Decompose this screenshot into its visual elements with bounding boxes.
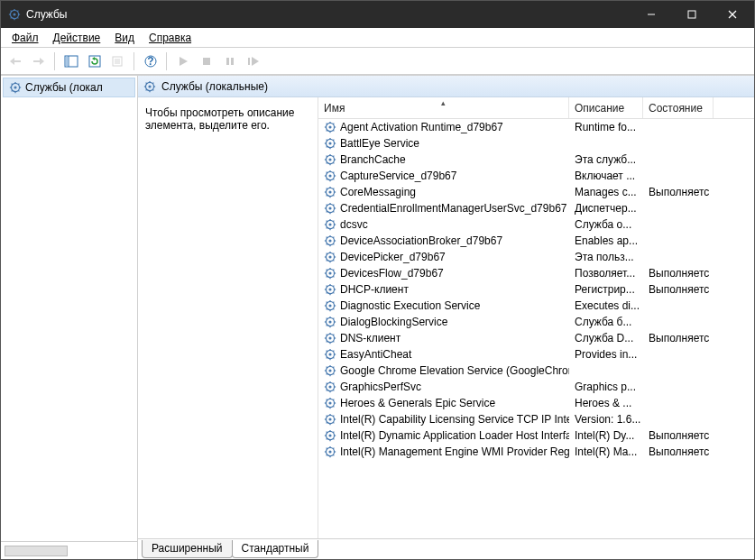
cell-description: Intel(R) Ma...	[569, 445, 643, 458]
help-button[interactable]: ?	[140, 50, 161, 71]
cell-state: Выполняетс	[643, 332, 714, 344]
detail-header-title: Службы (локальные)	[161, 80, 268, 93]
gear-icon	[324, 267, 336, 280]
table-row[interactable]: DialogBlockingServiceСлужба б...	[318, 314, 754, 330]
detail-body: Чтобы просмотреть описание элемента, выд…	[138, 97, 754, 539]
colheader-description[interactable]: Описание	[569, 97, 643, 118]
view-tabs: Расширенный Стандартный	[138, 538, 754, 558]
gear-icon	[324, 121, 336, 133]
cell-name: DHCP-клиент	[318, 283, 569, 296]
table-row[interactable]: Diagnostic Execution ServiceExecutes di.…	[318, 298, 754, 314]
table-row[interactable]: DevicePicker_d79b67Эта польз...	[318, 249, 754, 265]
table-row[interactable]: DeviceAssociationBroker_d79b67Enables ap…	[318, 233, 754, 249]
table-row[interactable]: CoreMessagingManages c...Выполняетс	[318, 184, 754, 200]
table-row[interactable]: dcsvcСлужба о...	[318, 216, 754, 233]
refresh-button[interactable]	[84, 50, 105, 71]
cell-description: Runtime fo...	[569, 121, 643, 133]
menu-file[interactable]: Файл	[5, 30, 46, 46]
cell-description: Регистрир...	[569, 283, 643, 296]
gear-icon	[324, 299, 336, 312]
cell-description: Version: 1.6...	[569, 413, 643, 426]
colheader-state[interactable]: Состояние	[643, 97, 714, 118]
svg-marker-22	[92, 57, 95, 60]
cell-name: DNS-клиент	[318, 332, 569, 344]
gear-icon	[324, 316, 336, 328]
gear-icon	[143, 80, 156, 93]
gear-icon	[324, 445, 336, 458]
gear-icon	[9, 81, 22, 94]
tab-extended[interactable]: Расширенный	[142, 540, 233, 558]
tab-standard[interactable]: Стандартный	[232, 540, 319, 558]
cell-name: BranchCache	[318, 153, 569, 166]
column-headers: Имя ▴ Описание Состояние	[318, 97, 754, 119]
svg-marker-34	[252, 57, 259, 66]
toolbar: ?	[1, 48, 754, 75]
table-row[interactable]: Google Chrome Elevation Service (GoogleC…	[318, 363, 754, 379]
gear-icon	[324, 202, 336, 215]
cell-name: Agent Activation Runtime_d79b67	[318, 121, 569, 133]
svg-marker-29	[180, 57, 188, 66]
gear-icon	[324, 381, 336, 393]
sort-asc-icon: ▴	[441, 98, 446, 107]
minimize-button[interactable]	[631, 1, 671, 28]
app-icon	[8, 8, 21, 21]
nav-item-services-local[interactable]: Службы (локал	[3, 78, 135, 97]
cell-state: Выполняетс	[643, 267, 714, 280]
cell-state: Выполняетс	[643, 283, 714, 296]
menu-help[interactable]: Справка	[142, 30, 198, 46]
table-row[interactable]: BattlEye Service	[318, 135, 754, 151]
gear-icon	[324, 234, 336, 247]
table-row[interactable]: Intel(R) Management Engine WMI Provider …	[318, 444, 754, 460]
table-row[interactable]: GraphicsPerfSvcGraphics p...	[318, 379, 754, 395]
menu-view[interactable]: Вид	[107, 30, 142, 46]
cell-name: BattlEye Service	[318, 137, 569, 150]
back-button	[5, 50, 25, 71]
menu-action[interactable]: Действие	[46, 30, 108, 46]
cell-name: CoreMessaging	[318, 186, 569, 198]
cell-description: Provides in...	[569, 348, 643, 361]
colheader-name[interactable]: Имя ▴	[318, 97, 569, 118]
maximize-button[interactable]	[671, 1, 712, 28]
table-row[interactable]: DevicesFlow_d79b67Позволяет...Выполняетс	[318, 265, 754, 281]
close-button[interactable]	[712, 1, 752, 28]
table-row[interactable]: CredentialEnrollmentManagerUserSvc_d79b6…	[318, 200, 754, 216]
svg-rect-31	[226, 58, 229, 65]
svg-rect-20	[66, 57, 68, 66]
table-row[interactable]: CaptureService_d79b67Включает ...	[318, 168, 754, 184]
table-row[interactable]: Heroes & Generals Epic ServiceHeroes & .…	[318, 395, 754, 411]
table-row[interactable]: Intel(R) Dynamic Application Loader Host…	[318, 427, 754, 444]
svg-text:?: ?	[147, 55, 153, 68]
cell-name: CredentialEnrollmentManagerUserSvc_d79b6…	[318, 202, 569, 215]
table-row[interactable]: Intel(R) Capability Licensing Service TC…	[318, 411, 754, 427]
cell-name: DeviceAssociationBroker_d79b67	[318, 234, 569, 247]
titlebar: Службы	[1, 1, 754, 28]
cell-name: Heroes & Generals Epic Service	[318, 397, 569, 409]
table-row[interactable]: EasyAntiCheatProvides in...	[318, 346, 754, 363]
table-row[interactable]: BranchCacheЭта служб...	[318, 151, 754, 168]
nav-pane: Службы (локал	[1, 76, 138, 559]
gear-icon	[324, 397, 336, 409]
nav-hscrollbar[interactable]	[1, 541, 137, 559]
stop-service-button	[196, 50, 216, 71]
main-pane: Службы (локальные) Чтобы просмотреть опи…	[138, 76, 754, 559]
cell-name: CaptureService_d79b67	[318, 170, 569, 182]
gear-icon	[324, 364, 336, 377]
cell-description: Graphics p...	[569, 381, 643, 393]
cell-description: Служба D...	[569, 332, 643, 344]
cell-description: Служба о...	[569, 218, 643, 231]
window-title: Службы	[26, 8, 631, 21]
svg-rect-32	[231, 58, 234, 65]
table-row[interactable]: DNS-клиентСлужба D...Выполняетс	[318, 330, 754, 346]
table-row[interactable]: DHCP-клиентРегистрир...Выполняетс	[318, 281, 754, 298]
gear-icon	[324, 137, 336, 150]
cell-name: Google Chrome Elevation Service (GoogleC…	[318, 364, 569, 377]
table-row[interactable]: Agent Activation Runtime_d79b67Runtime f…	[318, 119, 754, 135]
body: Службы (локал Службы (локальные) Чтобы п…	[1, 75, 754, 559]
show-hide-tree-button[interactable]	[60, 50, 81, 71]
svg-marker-16	[40, 58, 44, 65]
forward-button	[28, 50, 49, 71]
cell-description: Позволяет...	[569, 267, 643, 280]
rows-container: Agent Activation Runtime_d79b67Runtime f…	[318, 119, 754, 538]
cell-name: DialogBlockingService	[318, 316, 569, 328]
gear-icon	[324, 348, 336, 361]
